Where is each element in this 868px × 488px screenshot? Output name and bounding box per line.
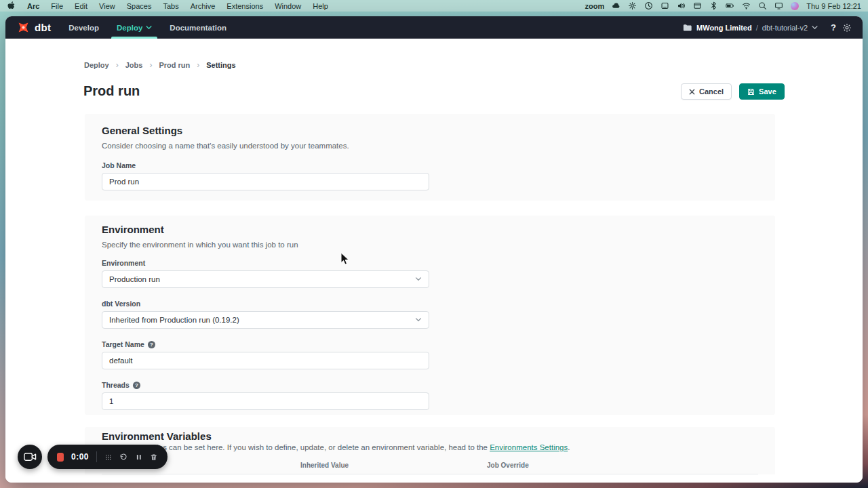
threads-label: Threads ?	[102, 381, 140, 389]
battery-icon[interactable]	[726, 1, 734, 10]
toolbar-divider	[96, 451, 97, 462]
apple-icon[interactable]	[7, 1, 16, 10]
help-icon[interactable]: ?	[133, 382, 140, 389]
menu-archive[interactable]: Archive	[191, 2, 216, 10]
clock-icon[interactable]	[644, 1, 653, 10]
env-vars-desc-period: .	[568, 443, 570, 451]
general-settings-section: General Settings Consider choosing a nam…	[85, 114, 775, 201]
camera-button[interactable]	[18, 445, 42, 469]
target-name-label: Target Name ?	[102, 340, 155, 348]
dbt-logo-icon	[14, 18, 34, 38]
environment-description: Specify the environment in which you wan…	[102, 241, 298, 249]
job-name-label: Job Name	[102, 161, 136, 169]
breadcrumb: Deploy › Jobs › Prod run › Settings	[84, 60, 236, 70]
breadcrumb-separator: ›	[116, 60, 119, 70]
window-icon[interactable]	[693, 1, 702, 10]
nav-documentation-label: Documentation	[170, 24, 226, 32]
environment-section: Environment Specify the environment in w…	[85, 216, 775, 415]
dbt-version-label: dbt Version	[102, 300, 140, 308]
breadcrumb-jobs[interactable]: Jobs	[125, 61, 143, 69]
environment-variables-description: Job level overrides can be set here. If …	[102, 443, 570, 451]
help-icon[interactable]: ?	[148, 341, 155, 348]
column-job-override: Job Override	[487, 462, 529, 469]
threads-label-text: Threads	[102, 381, 130, 389]
account-project-switcher[interactable]: MWong Limited / dbt-tutorial-v2	[683, 24, 818, 32]
nav-deploy[interactable]: Deploy	[117, 16, 152, 39]
volume-icon[interactable]	[677, 1, 686, 10]
dbt-brand[interactable]: dbt	[16, 20, 51, 35]
menubar-app-name[interactable]: Arc	[27, 2, 39, 10]
environment-label: Environment	[102, 259, 145, 267]
menu-tabs[interactable]: Tabs	[163, 2, 178, 10]
breadcrumb-separator: ›	[197, 60, 199, 70]
recording-toolbar: 0:00	[47, 445, 167, 469]
display-icon[interactable]	[774, 1, 783, 10]
save-button[interactable]: Save	[739, 83, 785, 100]
target-name-input[interactable]	[102, 352, 429, 369]
keyboard-icon[interactable]	[660, 1, 669, 10]
dbt-version-select[interactable]: Inherited from Production run (0.19.2)	[102, 311, 429, 329]
account-name: MWong Limited	[696, 24, 752, 32]
grid-options-icon[interactable]	[104, 452, 113, 462]
restart-icon[interactable]	[119, 452, 127, 462]
target-name-label-text: Target Name	[102, 340, 144, 348]
menu-view[interactable]: View	[99, 2, 115, 10]
environment-select[interactable]: Production run	[102, 270, 429, 288]
nav-documentation[interactable]: Documentation	[170, 16, 226, 39]
close-icon	[689, 89, 695, 95]
breadcrumb-prod-run[interactable]: Prod run	[159, 61, 190, 69]
chevron-down-icon	[146, 26, 152, 30]
breadcrumb-separator: ›	[149, 60, 152, 70]
settings-gear-icon[interactable]	[842, 23, 852, 33]
dbt-brand-label: dbt	[35, 22, 51, 33]
breadcrumb-deploy[interactable]: Deploy	[84, 61, 109, 69]
cloud-icon[interactable]	[612, 1, 620, 10]
nav-develop-label: Develop	[68, 24, 99, 32]
save-icon	[747, 88, 755, 96]
page-title: Prod run	[83, 83, 140, 99]
zoom-menu-label[interactable]: zoom	[585, 2, 605, 10]
cancel-button[interactable]: Cancel	[681, 83, 732, 100]
env-vars-table-header: Inherited Value Job Override	[102, 457, 758, 474]
help-menu-icon[interactable]: ?	[831, 22, 836, 33]
environment-variables-heading: Environment Variables	[102, 430, 212, 442]
general-settings-heading: General Settings	[102, 125, 182, 136]
threads-input[interactable]	[102, 392, 429, 410]
dbt-top-nav: dbt Develop Deploy Documentation MWong L…	[5, 16, 863, 39]
job-name-input[interactable]	[102, 173, 429, 190]
chevron-down-icon	[415, 318, 422, 322]
project-name: dbt-tutorial-v2	[762, 24, 808, 32]
menu-file[interactable]: File	[51, 2, 63, 10]
wifi-icon[interactable]	[742, 1, 751, 10]
environment-heading: Environment	[102, 224, 164, 235]
search-icon[interactable]	[758, 1, 767, 10]
menu-window[interactable]: Window	[275, 2, 301, 10]
stop-recording-button[interactable]	[57, 453, 64, 462]
environments-settings-link[interactable]: Environments Settings	[490, 443, 568, 451]
menubar-clock[interactable]: Thu 9 Feb 12:21	[806, 2, 861, 10]
menu-spaces[interactable]: Spaces	[127, 2, 152, 10]
browser-window: dbt Develop Deploy Documentation MWong L…	[5, 16, 863, 483]
menu-help[interactable]: Help	[313, 2, 328, 10]
dbt-version-select-value: Inherited from Production run (0.19.2)	[109, 316, 239, 324]
folder-icon	[683, 24, 692, 31]
trash-icon[interactable]	[150, 452, 158, 462]
environment-variables-section: Environment Variables Job level override…	[85, 427, 775, 483]
chevron-down-icon	[415, 277, 422, 281]
menu-edit[interactable]: Edit	[75, 2, 87, 10]
gear-icon[interactable]	[628, 1, 637, 10]
chevron-down-icon	[812, 26, 818, 30]
menu-extensions[interactable]: Extensions	[226, 2, 263, 10]
video-camera-icon	[24, 452, 37, 462]
macos-menubar: Arc File Edit View Spaces Tabs Archive E…	[0, 0, 868, 12]
job-settings-page: Deploy › Jobs › Prod run › Settings Prod…	[5, 39, 863, 483]
bluetooth-icon[interactable]	[709, 1, 718, 10]
env-vars-table-row	[85, 474, 775, 483]
breadcrumb-settings: Settings	[206, 61, 235, 69]
general-settings-description: Consider choosing a name that's easily u…	[102, 142, 349, 150]
cancel-button-label: Cancel	[699, 87, 724, 96]
siri-icon[interactable]	[791, 2, 799, 10]
nav-develop[interactable]: Develop	[68, 16, 99, 39]
pause-icon[interactable]	[135, 452, 143, 462]
nav-deploy-label: Deploy	[117, 24, 142, 32]
